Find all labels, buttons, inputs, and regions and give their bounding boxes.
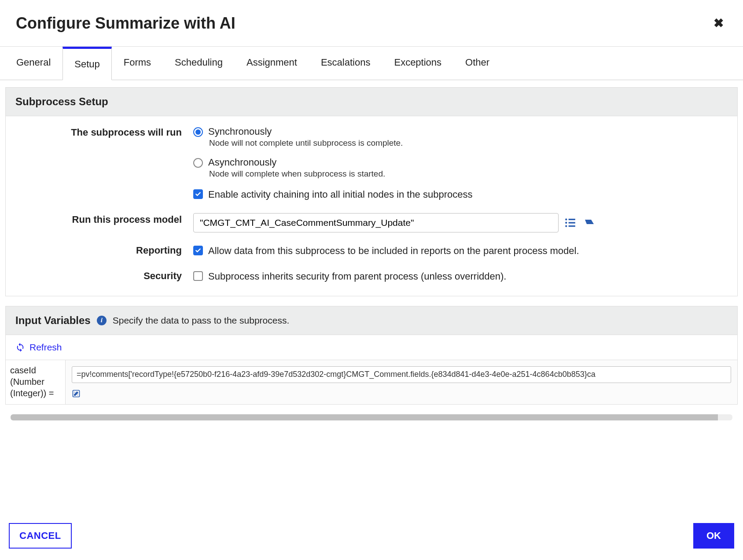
- dialog-title: Configure Summarize with AI: [16, 14, 235, 33]
- radio-sync-label: Synchronously: [208, 126, 403, 137]
- section-subprocess-setup: Subprocess Setup The subprocess will run…: [5, 87, 738, 296]
- refresh-icon: [15, 343, 25, 352]
- section-title-subprocess: Subprocess Setup: [6, 88, 737, 116]
- tab-exceptions[interactable]: Exceptions: [382, 47, 453, 80]
- label-run-mode: The subprocess will run: [17, 126, 193, 138]
- tab-setup[interactable]: Setup: [63, 47, 112, 80]
- close-icon[interactable]: ✖: [710, 12, 727, 34]
- tab-general[interactable]: General: [4, 47, 63, 80]
- tab-forms[interactable]: Forms: [112, 47, 163, 80]
- label-process-model: Run this process model: [17, 213, 193, 225]
- var-value-input[interactable]: [72, 366, 731, 383]
- svg-point-2: [565, 222, 567, 224]
- edit-icon[interactable]: [72, 389, 731, 398]
- info-icon[interactable]: i: [97, 316, 107, 325]
- label-reporting: Reporting: [17, 244, 193, 256]
- checkbox-security[interactable]: [193, 271, 203, 281]
- checkbox-chaining-label: Enable activity chaining into all initia…: [208, 188, 472, 202]
- radio-synchronously[interactable]: [193, 127, 203, 137]
- content-scroll[interactable]: Subprocess Setup The subprocess will run…: [0, 80, 743, 503]
- ok-button[interactable]: OK: [693, 523, 734, 549]
- tab-scheduling[interactable]: Scheduling: [163, 47, 235, 80]
- dialog-header: Configure Summarize with AI ✖: [0, 0, 743, 46]
- checkbox-reporting-label: Allow data from this subprocess to be in…: [208, 244, 579, 258]
- input-vars-subtitle: Specify the data to pass to the subproce…: [113, 315, 290, 326]
- refresh-label: Refresh: [29, 342, 62, 353]
- svg-rect-5: [569, 225, 575, 227]
- cancel-button[interactable]: CANCEL: [9, 523, 72, 549]
- section-input-variables: Input Variables i Specify the data to pa…: [5, 306, 738, 405]
- checkbox-security-label: Subprocess inherits security from parent…: [208, 269, 506, 284]
- table-row: caseId (Number (Integer)) =: [6, 360, 737, 404]
- section-title-input-vars: Input Variables i Specify the data to pa…: [6, 306, 737, 335]
- var-name: caseId (Number (Integer)) =: [6, 360, 66, 404]
- radio-async-hint: Node will complete when subprocess is st…: [208, 169, 385, 179]
- tab-bar: General Setup Forms Scheduling Assignmen…: [0, 47, 743, 80]
- tab-escalations[interactable]: Escalations: [309, 47, 383, 80]
- list-icon[interactable]: [565, 218, 576, 228]
- label-security: Security: [17, 269, 193, 282]
- radio-async-label: Asynchronously: [208, 157, 385, 168]
- tab-assignment[interactable]: Assignment: [235, 47, 309, 80]
- svg-point-4: [565, 225, 567, 227]
- radio-sync-hint: Node will not complete until subprocess …: [208, 138, 403, 148]
- refresh-button[interactable]: Refresh: [6, 335, 72, 360]
- svg-rect-1: [569, 219, 575, 220]
- svg-rect-3: [569, 222, 575, 223]
- svg-point-0: [565, 218, 567, 220]
- checkbox-activity-chaining[interactable]: [193, 189, 203, 199]
- process-model-input[interactable]: [193, 213, 559, 232]
- radio-asynchronously[interactable]: [193, 158, 203, 168]
- horizontal-scrollbar[interactable]: [11, 414, 732, 420]
- tab-other[interactable]: Other: [453, 47, 501, 80]
- dialog-footer: CANCEL OK: [0, 513, 743, 560]
- checkbox-reporting[interactable]: [193, 246, 203, 255]
- input-vars-title: Input Variables: [15, 314, 91, 327]
- erase-icon[interactable]: [582, 218, 594, 228]
